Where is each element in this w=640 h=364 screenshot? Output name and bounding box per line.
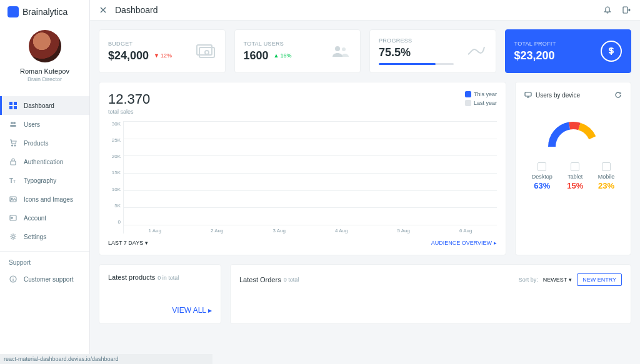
date-range-select[interactable]: LAST 7 DAYS ▾ (108, 240, 148, 246)
device-item-mobile: Mobile 23% (598, 162, 615, 190)
sidebar-item-users[interactable]: Users (0, 115, 89, 134)
avatar[interactable] (29, 30, 61, 62)
stat-value: $23,200 (514, 49, 555, 62)
users-by-device-card: Users by device (515, 82, 631, 255)
sidebar-item-account[interactable]: Account (0, 209, 89, 227)
progress-track (379, 63, 454, 65)
cash-icon (195, 41, 216, 62)
stat-delta: ▼ 12% (154, 52, 172, 59)
sidebar-item-typography[interactable]: TT Typography (0, 171, 89, 190)
cart-icon (9, 139, 18, 147)
monitor-icon (524, 91, 532, 99)
stat-value: 1600 (244, 49, 269, 62)
brand-name: Brainalytica (22, 7, 68, 17)
trend-icon (466, 41, 487, 62)
dashboard-icon (9, 101, 18, 110)
svg-point-4 (11, 122, 13, 124)
svg-rect-3 (14, 106, 17, 109)
device-title: Users by device (536, 92, 580, 99)
users-icon (9, 120, 18, 129)
topbar: Dashboard (90, 0, 640, 21)
svg-point-23 (342, 47, 346, 51)
svg-text:T: T (13, 179, 16, 184)
progress-fill (379, 63, 436, 65)
sidebar-item-label: Dashboard (24, 102, 54, 109)
status-bar: react-material-dashboard.devias.io/dashb… (0, 354, 212, 364)
profile-title: Brain Director (28, 76, 62, 82)
sidebar-item-label: Typography (24, 177, 56, 184)
device-item-desktop: Desktop 63% (532, 162, 552, 190)
section-title: Latest products (108, 273, 155, 281)
profile-name: Roman Kutepov (20, 67, 69, 75)
svg-rect-0 (9, 102, 12, 105)
stat-card-total-profit: TOTAL PROFIT $23,200 (505, 29, 632, 73)
stat-label: BUDGET (108, 41, 195, 47)
brand-mark (8, 6, 19, 17)
svg-point-5 (13, 122, 16, 124)
section-title: Latest Orders (239, 276, 281, 283)
info-icon (9, 275, 18, 283)
svg-rect-9 (11, 161, 16, 165)
desktop-icon (538, 162, 546, 171)
sidebar-item-label: Products (24, 140, 48, 147)
sidebar-item-icons-images[interactable]: Icons and Images (0, 190, 89, 209)
sidebar-item-products[interactable]: Products (0, 134, 89, 152)
lock-icon (9, 157, 18, 166)
svg-rect-1 (14, 102, 17, 105)
settings-icon (9, 232, 18, 241)
stat-label: PROGRESS (379, 37, 466, 44)
sidebar-item-label: Settings (24, 234, 46, 240)
device-item-tablet: Tablet 15% (567, 162, 583, 190)
section-subtitle: 0 total (284, 277, 299, 283)
sidebar-item-settings[interactable]: Settings (0, 227, 89, 246)
image-icon (9, 195, 18, 204)
chart-legend: This year Last year (465, 91, 497, 106)
legend-item: Last year (465, 100, 497, 106)
svg-rect-24 (525, 92, 531, 96)
notifications-icon[interactable] (602, 5, 612, 15)
close-icon[interactable] (99, 6, 108, 14)
svg-rect-6 (10, 125, 16, 127)
stat-value: 75.5% (379, 46, 411, 59)
sidebar-item-label: Authentication (24, 159, 63, 165)
sort-label: Sort by: (519, 277, 538, 283)
sidebar-item-label: Users (24, 121, 40, 128)
dollar-icon (601, 41, 622, 62)
profile-block: Roman Kutepov Brain Director (0, 24, 89, 92)
stat-label: TOTAL PROFIT (514, 41, 601, 47)
svg-point-8 (14, 145, 16, 146)
sort-select[interactable]: NEWEST ▾ (543, 277, 572, 283)
sales-chart: 30K25K20K15K10K5K0 1 Aug2 Aug3 Aug4 Aug5… (108, 121, 497, 234)
content-area: BUDGET $24,000 ▼ 12% TOTAL USERS 1600 ▲ … (90, 21, 640, 333)
text-icon: TT (9, 176, 18, 185)
divider (0, 251, 89, 252)
new-entry-button[interactable]: NEW ENTRY (577, 273, 622, 286)
stat-value: $24,000 (108, 49, 149, 62)
section-subtitle: 0 in total (158, 275, 179, 281)
logout-icon[interactable] (621, 5, 631, 15)
audience-overview-link[interactable]: AUDIENCE OVERVIEW ▸ (431, 240, 497, 246)
svg-point-15 (11, 217, 12, 219)
stat-card-progress: PROGRESS 75.5% (369, 29, 496, 73)
stat-card-total-users: TOTAL USERS 1600 ▲ 16% (234, 29, 361, 73)
refresh-icon[interactable] (614, 91, 622, 99)
stat-delta: ▲ 16% (274, 52, 292, 59)
svg-point-7 (12, 145, 13, 146)
sidebar-item-dashboard[interactable]: Dashboard (0, 96, 89, 115)
svg-point-16 (12, 235, 14, 238)
svg-point-22 (335, 46, 340, 51)
sidebar-item-label: Customer support (24, 276, 73, 283)
view-all-link[interactable]: VIEW ALL ▸ (172, 306, 212, 315)
device-donut (524, 99, 622, 162)
svg-rect-2 (9, 106, 12, 109)
sidebar-item-customer-support[interactable]: Customer support (0, 270, 89, 288)
page-title: Dashboard (115, 5, 158, 15)
brand-logo[interactable]: Brainalytica (0, 0, 89, 24)
sales-value: 12.370 (108, 91, 150, 107)
tablet-icon (571, 162, 579, 171)
sidebar-item-authentication[interactable]: Authentication (0, 152, 89, 171)
stats-row: BUDGET $24,000 ▼ 12% TOTAL USERS 1600 ▲ … (99, 29, 631, 73)
stat-label: TOTAL USERS (244, 41, 331, 47)
stat-card-budget: BUDGET $24,000 ▼ 12% (99, 29, 226, 73)
primary-nav: Dashboard Users Products Authentication … (0, 96, 89, 288)
